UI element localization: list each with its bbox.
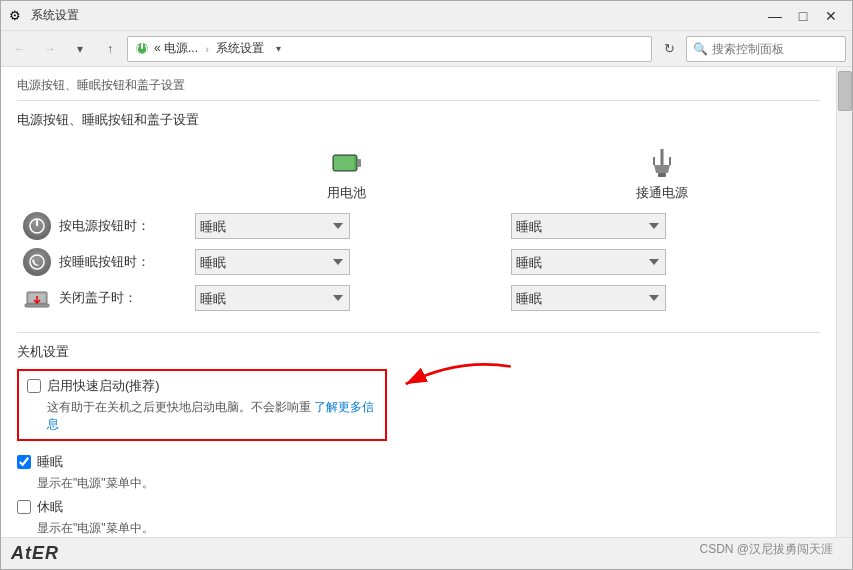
scrollbar-thumb[interactable] bbox=[838, 71, 852, 111]
search-bar: 🔍 bbox=[686, 36, 846, 62]
breadcrumb-dropdown-button[interactable]: ▾ bbox=[268, 37, 288, 61]
lid-row-text: 关闭盖子时： bbox=[59, 289, 137, 307]
hibernate-checkbox-label: 休眠 bbox=[37, 498, 63, 516]
svg-marker-6 bbox=[654, 165, 670, 173]
svg-rect-7 bbox=[658, 173, 666, 177]
sleep-checkbox[interactable] bbox=[17, 455, 31, 469]
svg-rect-3 bbox=[357, 159, 361, 167]
window-icon: ⚙ bbox=[9, 8, 25, 24]
lid-row: 关闭盖子时： 睡眠 不采取任何操作 休眠 关机 睡眠 bbox=[17, 280, 820, 316]
sleep-icon-svg bbox=[28, 253, 46, 271]
power-button-row: 按电源按钮时： 睡眠 不采取任何操作 休眠 关机 睡眠 bbox=[17, 208, 820, 244]
sleep-checkbox-row: 睡眠 bbox=[17, 453, 820, 471]
battery-header: 用电池 bbox=[189, 139, 505, 208]
hibernate-checkbox[interactable] bbox=[17, 500, 31, 514]
svg-rect-4 bbox=[334, 156, 354, 170]
power-row-text: 按电源按钮时： bbox=[59, 217, 150, 235]
forward-button[interactable]: → bbox=[37, 36, 63, 62]
sleep-row-text: 按睡眠按钮时： bbox=[59, 253, 150, 271]
laptop-icon-svg bbox=[23, 284, 51, 312]
watermark: CSDN @汉尼拔勇闯天涯 bbox=[699, 541, 833, 558]
battery-icon bbox=[329, 145, 365, 181]
sleep-battery-dropdown[interactable]: 睡眠 不采取任何操作 休眠 关机 bbox=[195, 249, 350, 275]
section-heading: 电源按钮、睡眠按钮和盖子设置 bbox=[17, 111, 820, 129]
close-button[interactable]: ✕ bbox=[818, 5, 844, 27]
power-button-icon bbox=[23, 212, 51, 240]
ater-text: AtER bbox=[11, 543, 59, 564]
minimize-button[interactable]: — bbox=[762, 5, 788, 27]
sleep-sub-desc: 显示在"电源"菜单中。 bbox=[37, 475, 820, 492]
breadcrumb-text: « 电源... bbox=[154, 40, 201, 57]
hibernate-option: 休眠 显示在"电源"菜单中。 bbox=[17, 498, 820, 537]
back-button[interactable]: ← bbox=[7, 36, 33, 62]
fast-startup-checkbox[interactable] bbox=[27, 379, 41, 393]
fast-startup-box: 启用快速启动(推荐) 这有助于在关机之后更快地启动电脑。不会影响重 了解更多信息 bbox=[17, 369, 387, 441]
main-panel: 电源按钮、睡眠按钮和盖子设置 电源按钮、睡眠按钮和盖子设置 用电池 bbox=[1, 67, 836, 537]
hibernate-checkbox-row: 休眠 bbox=[17, 498, 820, 516]
svg-rect-15 bbox=[25, 304, 49, 307]
up-button[interactable]: ↑ bbox=[97, 36, 123, 62]
bottom-red-arrow bbox=[520, 535, 820, 537]
search-input[interactable] bbox=[712, 42, 839, 56]
svg-point-12 bbox=[30, 255, 44, 269]
scrollbar-track[interactable] bbox=[836, 67, 852, 537]
lid-icon bbox=[23, 284, 51, 312]
ac-header: 接通电源 bbox=[505, 139, 821, 208]
fast-startup-row: 启用快速启动(推荐) bbox=[27, 377, 377, 395]
lid-ac-dropdown[interactable]: 睡眠 不采取任何操作 休眠 关机 bbox=[511, 285, 666, 311]
svg-rect-1 bbox=[141, 43, 143, 49]
sleep-option: 睡眠 显示在"电源"菜单中。 bbox=[17, 453, 820, 492]
sleep-button-icon bbox=[23, 248, 51, 276]
breadcrumb-current: 系统设置 bbox=[213, 40, 264, 57]
ac-label: 接通电源 bbox=[513, 184, 813, 202]
breadcrumb-separator: › bbox=[205, 43, 209, 55]
title-bar: ⚙ 系统设置 — □ ✕ bbox=[1, 1, 852, 31]
sleep-ac-dropdown[interactable]: 睡眠 不采取任何操作 休眠 关机 bbox=[511, 249, 666, 275]
power-table-header-row: 用电池 接通电源 bbox=[17, 139, 820, 208]
address-bar: ← → ▾ ↑ « 电源... › 系统设置 ▾ ↻ 🔍 bbox=[1, 31, 852, 67]
fast-startup-desc: 这有助于在关机之后更快地启动电脑。不会影响重 了解更多信息 bbox=[47, 399, 377, 433]
lid-battery-dropdown[interactable]: 睡眠 不采取任何操作 休眠 关机 bbox=[195, 285, 350, 311]
content-area: 电源按钮、睡眠按钮和盖子设置 电源按钮、睡眠按钮和盖子设置 用电池 bbox=[1, 67, 852, 537]
window-title: 系统设置 bbox=[31, 7, 762, 24]
power-icon bbox=[134, 41, 150, 57]
power-battery-dropdown[interactable]: 睡眠 不采取任何操作 休眠 关机 bbox=[195, 213, 350, 239]
power-button-label: 按电源按钮时： bbox=[23, 212, 183, 240]
main-window: ⚙ 系统设置 — □ ✕ ← → ▾ ↑ « 电源... › 系统设置 ▾ ↻ bbox=[0, 0, 853, 570]
refresh-button[interactable]: ↻ bbox=[656, 36, 682, 62]
power-table: 用电池 接通电源 bbox=[17, 139, 820, 316]
breadcrumb-bar: « 电源... › 系统设置 ▾ bbox=[127, 36, 652, 62]
sleep-checkbox-label: 睡眠 bbox=[37, 453, 63, 471]
title-bar-buttons: — □ ✕ bbox=[762, 5, 844, 27]
shutdown-section-title: 关机设置 bbox=[17, 343, 820, 361]
fast-startup-container: 启用快速启动(推荐) 这有助于在关机之后更快地启动电脑。不会影响重 了解更多信息 bbox=[17, 369, 387, 447]
power-ac-dropdown[interactable]: 睡眠 不采取任何操作 休眠 关机 bbox=[511, 213, 666, 239]
plug-icon bbox=[644, 145, 680, 181]
search-icon: 🔍 bbox=[693, 42, 708, 56]
lid-label: 关闭盖子时： bbox=[23, 284, 183, 312]
power-icon-svg bbox=[28, 217, 46, 235]
dropdown-nav-button[interactable]: ▾ bbox=[67, 36, 93, 62]
section-divider bbox=[17, 332, 820, 333]
sleep-button-label: 按睡眠按钮时： bbox=[23, 248, 183, 276]
sleep-button-row: 按睡眠按钮时： 睡眠 不采取任何操作 休眠 关机 睡眠 bbox=[17, 244, 820, 280]
maximize-button[interactable]: □ bbox=[790, 5, 816, 27]
scroll-hint-text: 电源按钮、睡眠按钮和盖子设置 bbox=[17, 77, 820, 101]
fast-startup-label: 启用快速启动(推荐) bbox=[47, 377, 160, 395]
battery-label: 用电池 bbox=[197, 184, 497, 202]
